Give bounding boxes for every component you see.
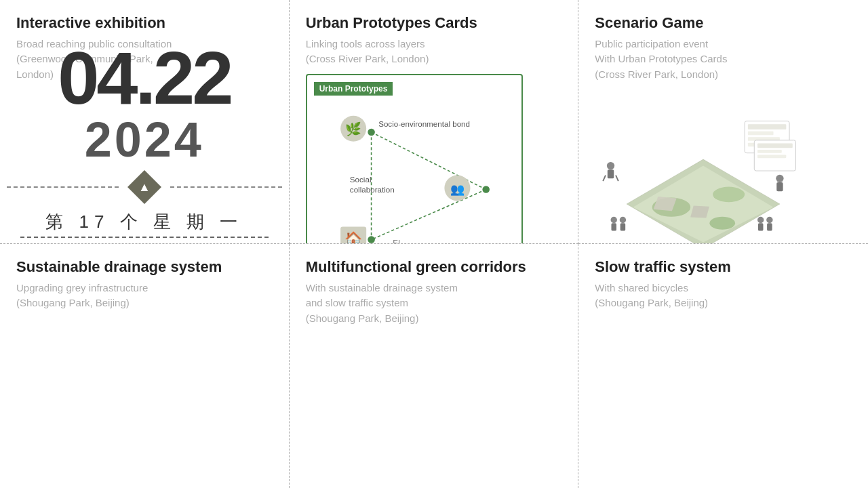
main-grid: Interactive exhibition Broad reaching pu…: [0, 0, 868, 488]
diamond-container: ▲: [124, 167, 165, 207]
cell-4-subtitle: Upgrading grey infrastructure (Shougang …: [16, 281, 273, 311]
svg-rect-48: [767, 223, 772, 230]
svg-line-2: [371, 132, 486, 190]
svg-point-7: [368, 236, 375, 243]
svg-point-43: [620, 217, 626, 223]
svg-text:👥: 👥: [450, 182, 465, 196]
svg-text:EI: EI: [393, 238, 400, 244]
cell-sustainable-drainage: Sustainable drainage system Upgrading gr…: [0, 244, 290, 488]
dashed-line-left: [7, 186, 119, 188]
card-label: Urban Prototypes: [314, 82, 393, 96]
svg-point-45: [757, 217, 764, 223]
date-year: 2024: [7, 115, 282, 164]
diamond-icon: ▲: [124, 167, 165, 207]
cell-3-subtitle: Public participation event With Urban Pr…: [595, 37, 852, 83]
svg-rect-46: [758, 223, 764, 230]
cell-4-title: Sustainable drainage system: [16, 258, 273, 277]
cell-5-subtitle: With sustainable drainage system and slo…: [306, 281, 562, 327]
svg-text:▲: ▲: [138, 180, 151, 194]
cell-2-title: Urban Prototypes Cards: [306, 14, 562, 33]
svg-text:collaboration: collaboration: [350, 184, 395, 193]
cell-slow-traffic: Slow traffic system With shared bicycles…: [578, 244, 868, 488]
cell-1-title: Interactive exhibition: [16, 14, 273, 33]
svg-line-3: [371, 189, 486, 239]
svg-rect-40: [777, 182, 783, 191]
svg-rect-36: [608, 169, 614, 178]
cell-interactive-exhibition: Interactive exhibition Broad reaching pu…: [0, 0, 290, 244]
svg-rect-25: [691, 205, 710, 218]
svg-point-41: [611, 217, 617, 223]
svg-rect-44: [620, 223, 626, 230]
svg-rect-28: [748, 131, 774, 136]
cell-5-title: Multifunctional green corridors: [306, 258, 562, 277]
svg-line-37: [604, 176, 606, 181]
svg-text:🏠: 🏠: [344, 230, 363, 244]
svg-point-35: [607, 162, 614, 169]
svg-point-39: [776, 175, 784, 182]
cell-2-subtitle: Linking tools across layers (Cross River…: [306, 37, 562, 67]
cell-green-corridors: Multifunctional green corridors With sus…: [290, 244, 579, 488]
svg-rect-34: [757, 155, 786, 159]
svg-rect-33: [757, 150, 782, 153]
iso-map: [595, 96, 812, 244]
diagram-area: 🌿 👥 🏠 Socio-environmental bond Social co…: [314, 101, 515, 245]
svg-point-23: [710, 217, 736, 230]
cell-6-subtitle: With shared bicycles (Shougang Park, Bei…: [595, 281, 852, 311]
dashed-line-right: [170, 186, 282, 188]
cell-scenario-game: Scenario Game Public participation event…: [578, 0, 868, 244]
cell-urban-prototypes: Urban Prototypes Cards Linking tools acr…: [290, 0, 579, 244]
svg-point-6: [482, 186, 490, 193]
svg-line-38: [616, 176, 618, 181]
cell-6-title: Slow traffic system: [595, 258, 852, 277]
svg-text:🌿: 🌿: [345, 121, 361, 137]
svg-point-5: [368, 128, 375, 136]
svg-rect-27: [748, 124, 786, 129]
card-diagram: Urban Prototypes 🌿: [306, 74, 523, 245]
svg-point-47: [766, 217, 772, 223]
date-overlay: 04.22 2024 ▲ 第 17 个 星 期 一 农 历 三 月 十 四: [7, 41, 282, 244]
svg-text:Socio-environmental bond: Socio-environmental bond: [378, 119, 470, 127]
chinese-week: 第 17 个 星 期 一: [7, 210, 282, 234]
date-day: 04.22: [7, 41, 282, 115]
chinese-dashed: [20, 237, 269, 238]
svg-rect-42: [612, 223, 617, 230]
diamond-row: ▲: [7, 167, 282, 207]
svg-point-22: [713, 187, 745, 203]
iso-map-svg: [595, 96, 812, 244]
svg-text:Social: Social: [350, 175, 372, 184]
cell-3-title: Scenario Game: [595, 14, 852, 33]
diagram-svg: 🌿 👥 🏠 Socio-environmental bond Social co…: [314, 101, 515, 245]
svg-rect-32: [757, 144, 793, 148]
